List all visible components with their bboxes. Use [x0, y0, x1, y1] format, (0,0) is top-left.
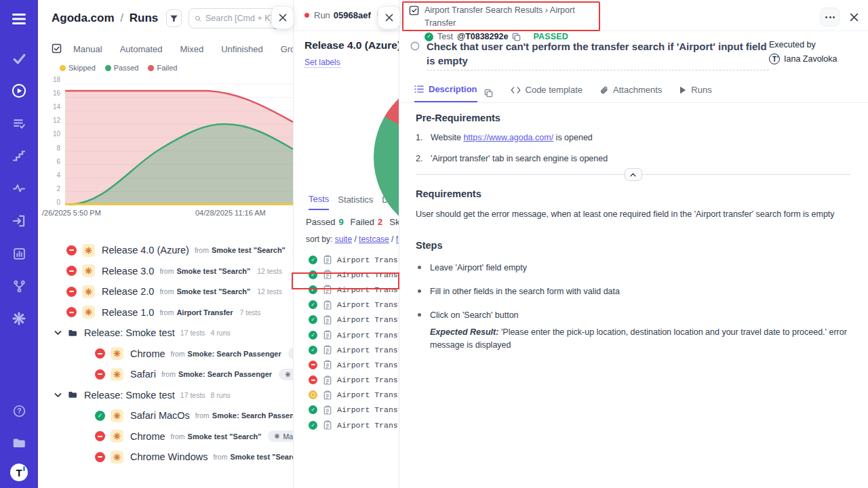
select-runs-icon[interactable]: [52, 43, 62, 54]
passed-status-icon: [309, 331, 317, 340]
test-row[interactable]: Airport Transfer: [294, 298, 399, 312]
test-row[interactable]: Airport Transfer: [294, 418, 399, 432]
test-name: Airport Transfer: [337, 361, 399, 369]
test-row[interactable]: Airport Transfer: [294, 388, 399, 403]
run-row[interactable]: Safari MacOs from Smoke: Search Passenge…: [38, 405, 293, 426]
run-name: Chrome: [130, 431, 165, 442]
run-row[interactable]: Chrome Windows from Smoke test "Search" …: [38, 447, 293, 468]
run-detail-panel: Run 05968aef Release 4.0 (Azure) Set lab…: [293, 0, 399, 488]
run-name: Release 3.0: [102, 266, 154, 277]
play-circle-icon[interactable]: [4, 77, 34, 104]
tab-automated[interactable]: Automated: [120, 44, 163, 54]
test-row[interactable]: Airport Transfer: [294, 373, 399, 388]
search-input[interactable]: [205, 14, 280, 23]
user-avatar[interactable]: T: [10, 464, 28, 481]
test-row[interactable]: Airport Transfer: [294, 312, 399, 327]
description-list-icon: [414, 85, 424, 94]
copy-description-icon[interactable]: [484, 89, 493, 98]
y-tick: 16: [53, 89, 60, 97]
test-row[interactable]: Airport Transfer: [294, 342, 399, 357]
collapse-section-button[interactable]: [625, 168, 642, 181]
help-icon[interactable]: ?: [4, 397, 34, 424]
legend-failed[interactable]: Failed: [148, 64, 177, 72]
requirements-heading: Requirements: [416, 188, 850, 199]
failed-status-icon: [309, 361, 317, 369]
tab-tests[interactable]: Tests: [309, 194, 329, 210]
tab-manual[interactable]: Manual: [73, 44, 102, 54]
passed-status-icon: [309, 256, 317, 264]
folder-icon[interactable]: [4, 430, 34, 457]
close-run-detail-button[interactable]: [378, 6, 400, 29]
close-runs-panel-button[interactable]: [271, 6, 294, 29]
executed-by-label: Executed by: [769, 40, 857, 49]
checkbox-test-icon: [409, 5, 419, 16]
tab-code-template[interactable]: Code template: [511, 85, 583, 102]
chevron-down-icon[interactable]: [54, 392, 62, 398]
run-row[interactable]: Chrome from Smoke test "Search" MacOS Ch…: [38, 426, 293, 447]
failed-status-icon: [95, 369, 105, 380]
sort-controls: sort by: suite / testcase / file: [294, 235, 399, 244]
tab-mixed[interactable]: Mixed: [180, 44, 204, 54]
failed-status-icon: [66, 266, 77, 276]
run-row[interactable]: Release 2.0 from Smoke test "Search" 12 …: [38, 281, 293, 302]
pulse-icon[interactable]: [4, 175, 34, 202]
legend-label: Failed: [157, 64, 177, 72]
test-row[interactable]: Airport Transfer: [294, 403, 399, 418]
menu-icon[interactable]: [4, 5, 34, 33]
y-tick: 0: [56, 199, 60, 206]
test-row-highlighted[interactable]: Airport Transfer: [294, 267, 399, 282]
run-row[interactable]: Release 3.0 from Smoke test "Search" 12 …: [38, 261, 293, 282]
test-row[interactable]: Airport Transfer: [294, 282, 399, 297]
analytics-icon[interactable]: [4, 240, 34, 267]
test-row[interactable]: Airport Transfer: [294, 327, 399, 342]
legend-passed[interactable]: Passed: [105, 64, 139, 72]
gear-icon[interactable]: [4, 305, 34, 332]
project-name[interactable]: Agoda.com: [52, 12, 115, 24]
run-row[interactable]: Chrome from Smoke: Search Passenger MacO…: [38, 344, 293, 365]
group-runs-count: 8 runs: [211, 391, 231, 399]
run-row[interactable]: Release 4.0 (Azure) from Smoke test "Sea…: [38, 240, 293, 261]
tab-unfinished[interactable]: Unfinished: [221, 44, 262, 54]
tab-statistics[interactable]: Statistics: [338, 194, 373, 210]
run-group-row[interactable]: Release: Smoke test 17 tests 4 runs: [38, 323, 293, 344]
tab-description[interactable]: Description: [414, 84, 477, 102]
chevron-down-icon[interactable]: [54, 330, 62, 336]
filter-button[interactable]: [166, 9, 182, 27]
circle-status-icon[interactable]: [410, 41, 420, 70]
sort-by-testcase-link[interactable]: testcase: [359, 235, 389, 244]
tab-runs[interactable]: Runs: [679, 85, 711, 102]
clipboard-icon: [323, 300, 332, 310]
tab-attachments[interactable]: Attachments: [600, 85, 662, 102]
run-name: Release 1.0: [102, 307, 154, 318]
sign-in-icon[interactable]: [4, 207, 34, 235]
tab-groups[interactable]: Groups: [281, 44, 293, 54]
clipboard-icon: [323, 390, 332, 400]
failed-status-icon: [95, 348, 105, 359]
test-row[interactable]: Airport Transfer: [294, 252, 399, 267]
bullet-icon: [418, 313, 421, 317]
test-title[interactable]: Check that user can't perform the transf…: [427, 39, 769, 70]
breadcrumb-suite[interactable]: Airport Transfer Search Results: [425, 5, 542, 15]
test-row[interactable]: Airport Transfer: [294, 357, 399, 372]
sort-by-suite-link[interactable]: suite: [335, 235, 352, 244]
task-list-icon[interactable]: [4, 110, 34, 137]
set-labels-link[interactable]: Set labels: [304, 58, 340, 68]
legend-skipped[interactable]: Skipped: [60, 64, 96, 72]
agoda-link[interactable]: https://www.agoda.com/: [463, 133, 553, 142]
run-row[interactable]: Safari from Smoke: Search Passenger MacO…: [38, 364, 293, 385]
test-name: Airport Transfer: [337, 346, 399, 354]
flaky-run-icon: [82, 306, 95, 319]
steps-icon[interactable]: [4, 142, 34, 169]
runs-header: Agoda.com / Runs: [38, 0, 293, 34]
step-item: Leave 'Airport' field empty: [416, 262, 850, 274]
run-row[interactable]: Release 1.0 from Airport Transfer 7 test…: [38, 302, 293, 323]
item-text-pre: Website: [431, 133, 461, 142]
y-tick: 4: [56, 171, 60, 179]
x-label-mid: 04/28/2025 11:16 AM: [195, 209, 266, 217]
run-group-row[interactable]: Release: Smoke test 17 tests 8 runs: [38, 385, 293, 406]
branch-icon[interactable]: [4, 272, 34, 300]
close-test-detail-button[interactable]: [850, 13, 859, 22]
check-icon[interactable]: [4, 45, 34, 72]
breadcrumb-line1[interactable]: Airport Transfer Search Results › Airpor…: [425, 4, 602, 30]
more-options-button[interactable]: [820, 7, 840, 26]
